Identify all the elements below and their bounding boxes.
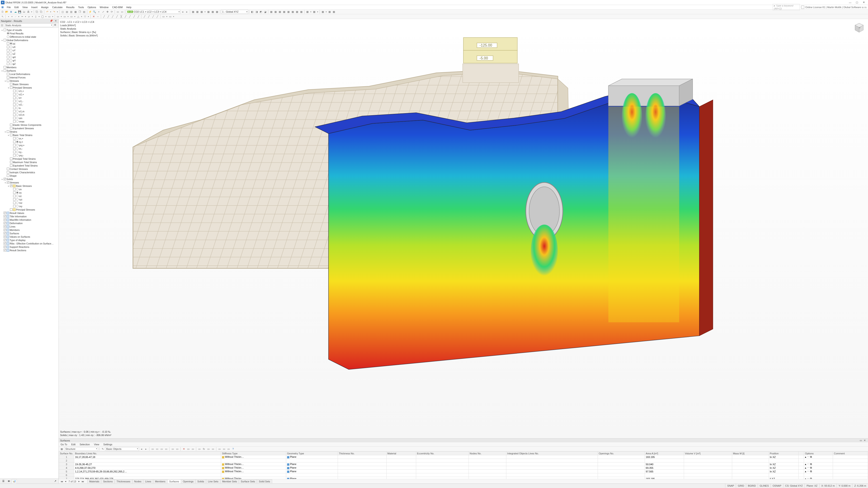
pager-last-icon[interactable]: ⏭ <box>81 480 85 483</box>
d9-icon[interactable]: ╱ <box>136 14 141 19</box>
checkbox[interactable] <box>4 66 6 68</box>
radio[interactable] <box>16 188 19 191</box>
tree-item[interactable]: Equivalent Stresses <box>7 127 59 130</box>
checkbox[interactable] <box>13 120 16 123</box>
table-tab[interactable]: Line Sets <box>206 480 220 483</box>
t03-icon[interactable]: ▦ <box>199 10 204 14</box>
window2-icon[interactable]: ◫ <box>61 10 65 14</box>
tree-item[interactable]: τxz <box>10 201 59 204</box>
t26-icon[interactable]: ▦ <box>332 10 336 14</box>
pager-first-icon[interactable]: ⏮ <box>60 480 64 483</box>
sup2-icon[interactable]: ▽ <box>83 14 87 19</box>
tree-item[interactable]: αm <box>10 116 59 120</box>
tree-item[interactable]: σ2,m <box>10 113 59 116</box>
set-icon[interactable]: ▭ <box>47 14 51 19</box>
radio[interactable] <box>16 191 19 194</box>
checkbox[interactable] <box>4 246 6 248</box>
save-cloud-icon[interactable]: ☁ <box>13 10 18 14</box>
tree-item[interactable]: Basic Stresses <box>7 83 59 86</box>
t14-icon[interactable]: ▦ <box>269 10 273 14</box>
checkbox[interactable] <box>13 90 16 92</box>
tree-item[interactable]: Solids <box>0 177 59 181</box>
d10-icon[interactable]: ╱ <box>143 14 147 19</box>
checkbox[interactable] <box>4 219 6 221</box>
tt-del-icon[interactable]: ✕ <box>182 447 186 451</box>
table-tab[interactable]: Solids <box>195 480 206 483</box>
tree-item[interactable]: τmax <box>10 120 59 123</box>
tree-item[interactable]: Basic Stresses <box>7 184 59 188</box>
column-header[interactable]: Material <box>386 452 416 455</box>
t25-icon[interactable]: ▦ <box>328 10 332 14</box>
checkbox[interactable] <box>4 212 6 214</box>
tree-item[interactable]: Result Values <box>0 211 59 215</box>
tmenu-goto[interactable]: Go To <box>60 443 68 446</box>
layers-icon[interactable]: ❐ <box>78 10 82 14</box>
column-header[interactable]: Eccentricity No. <box>416 452 469 455</box>
tree-item[interactable]: σy <box>10 191 59 194</box>
checkbox[interactable] <box>13 151 16 153</box>
navigator-pin-icon[interactable]: 📌 <box>49 20 54 22</box>
tt5-icon[interactable]: ▭ <box>170 447 175 451</box>
radio[interactable] <box>10 59 12 62</box>
t15-icon[interactable]: ▦ <box>274 10 278 14</box>
radio[interactable] <box>16 113 19 116</box>
column-header[interactable]: Boundary Lines No. <box>74 452 221 455</box>
checkbox[interactable] <box>7 46 9 48</box>
navigator-header[interactable]: Navigator - Results 📌 ✕ <box>0 19 59 23</box>
tree-item[interactable]: σx <box>10 188 59 191</box>
checkbox[interactable] <box>10 164 12 167</box>
checkbox[interactable] <box>7 73 9 75</box>
table-tab[interactable]: Solid Sets <box>257 480 272 483</box>
table-tab[interactable]: Nodes <box>132 480 144 483</box>
cs-combo[interactable]: 1 - Global XYZ <box>221 10 248 14</box>
move-icon[interactable]: ↔ <box>96 14 100 19</box>
t01-icon[interactable]: ▦ <box>191 10 195 14</box>
tree-item[interactable]: εy,+ <box>10 140 59 143</box>
table-icon[interactable]: ▤ <box>82 10 86 14</box>
column-header[interactable]: Stiffness Type <box>221 452 286 455</box>
window4-icon[interactable]: ▥ <box>69 10 73 14</box>
nav-analysis-selector[interactable]: Static Analysis <box>4 24 53 27</box>
checkbox[interactable] <box>13 96 16 99</box>
checkbox[interactable] <box>4 239 6 241</box>
radio[interactable] <box>16 96 19 99</box>
checkbox[interactable] <box>7 53 9 55</box>
column-header[interactable]: Volume V [m³] <box>684 452 732 455</box>
t24-icon[interactable]: ▦ <box>321 10 325 14</box>
tree-item[interactable]: σz <box>10 194 59 198</box>
checkbox[interactable] <box>7 42 9 45</box>
table-row[interactable]: 44-9,268,37-58,270Without Thickn…Plane69… <box>59 466 868 470</box>
zoomfit-icon[interactable]: ⤢ <box>101 10 105 14</box>
t04-icon[interactable]: ▦ <box>206 10 211 14</box>
radio[interactable] <box>16 117 19 119</box>
radio[interactable] <box>10 63 12 65</box>
table-tab[interactable]: Surfaces <box>167 480 181 483</box>
d1-icon[interactable]: ╱ <box>102 14 106 19</box>
column-header[interactable]: Area A [m²] <box>645 452 684 455</box>
tree-item[interactable]: Shape <box>4 174 59 177</box>
tt3-icon[interactable]: ▭ <box>160 447 164 451</box>
tt8-icon[interactable]: ▭ <box>191 447 195 451</box>
radio[interactable] <box>16 107 19 109</box>
tt14-icon[interactable]: ▭ <box>222 447 226 451</box>
checkbox[interactable] <box>7 79 9 82</box>
checkbox[interactable] <box>4 29 6 31</box>
d6-icon[interactable]: ╱ <box>123 14 127 19</box>
radio[interactable] <box>10 49 12 52</box>
tree-item[interactable]: Local Deformations <box>4 72 59 76</box>
copy-icon[interactable]: ⿻ <box>35 10 39 14</box>
checkbox[interactable] <box>13 140 16 143</box>
tree-item[interactable]: Type of display <box>0 238 59 242</box>
tree-item[interactable]: σ1,+ <box>10 89 59 93</box>
pan-icon[interactable]: ✥ <box>105 10 110 14</box>
column-header[interactable]: Integrated Objects Lines No. <box>506 452 598 455</box>
table-row[interactable]: 6 <box>59 473 868 477</box>
checkbox[interactable] <box>13 103 16 106</box>
checkbox[interactable] <box>13 188 16 191</box>
menu-edit[interactable]: Edit <box>13 5 21 9</box>
line-icon[interactable]: ⟋ <box>13 14 18 19</box>
tree-item[interactable]: γxy,+ <box>10 143 59 147</box>
column-header[interactable]: Mass M [t] <box>732 452 769 455</box>
t17-icon[interactable]: ▦ <box>282 10 286 14</box>
d13-icon[interactable]: ╱ <box>155 14 159 19</box>
